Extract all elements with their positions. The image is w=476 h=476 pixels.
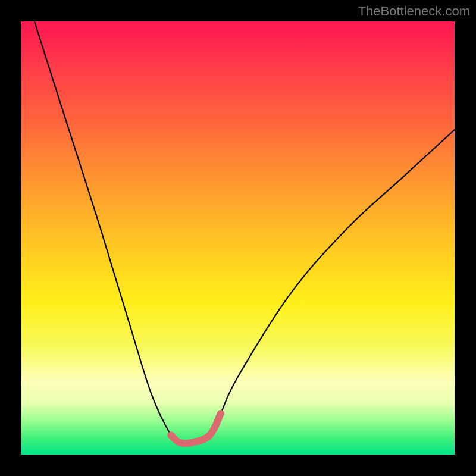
chart-frame: TheBottleneck.com (0, 0, 476, 476)
bottleneck-curve-svg (21, 21, 455, 455)
bottom-highlight (171, 414, 221, 443)
watermark-text: TheBottleneck.com (358, 4, 470, 19)
plot-area (21, 21, 455, 455)
bottleneck-curve-line (35, 21, 455, 443)
